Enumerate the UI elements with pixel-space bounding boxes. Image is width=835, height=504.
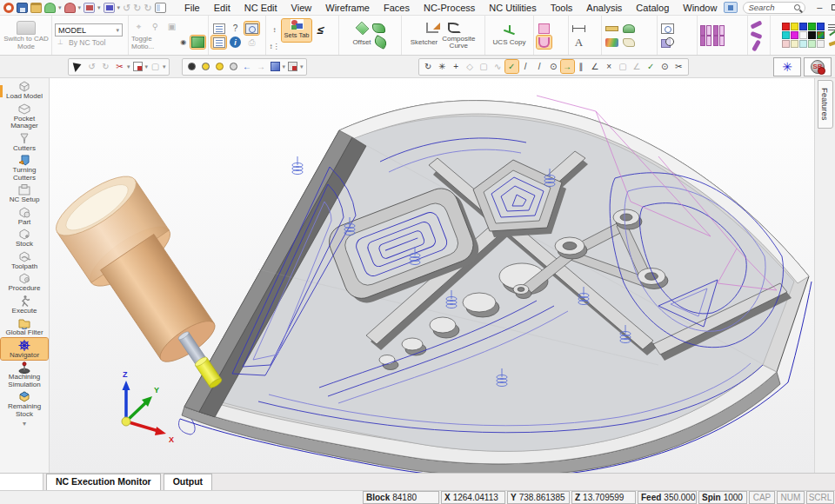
color-swatch[interactable]	[799, 40, 807, 48]
window-search-icon[interactable]	[660, 22, 675, 35]
list-icon[interactable]	[211, 22, 226, 35]
color-swatch[interactable]	[808, 23, 816, 30]
dropdown-caret-icon[interactable]: ▾	[127, 63, 130, 70]
menu-faces[interactable]: Faces	[377, 1, 417, 15]
printer-icon[interactable]: ⎙	[244, 36, 259, 49]
composite-curve-icon[interactable]	[447, 22, 462, 35]
dropdown-caret-icon[interactable]: ▾	[78, 4, 82, 11]
color-swatch[interactable]	[791, 23, 798, 30]
bulb-off-icon[interactable]	[185, 60, 198, 73]
color-swatch[interactable]	[808, 40, 816, 48]
dropdown-caret-icon[interactable]: ▾	[283, 63, 286, 70]
bulb-dark-icon[interactable]: ◉	[177, 37, 189, 47]
menu-file[interactable]: File	[177, 1, 207, 15]
zoom-previous-icon[interactable]: ↺	[85, 60, 98, 73]
menu-nc-process[interactable]: NC-Process	[417, 1, 482, 15]
refresh-icon[interactable]: ↻	[144, 3, 152, 13]
color-swatch[interactable]	[817, 31, 825, 39]
sidebar-item-stock[interactable]: Stock	[1, 227, 48, 249]
line-icon[interactable]: /	[519, 60, 532, 73]
offset-icon[interactable]	[355, 22, 370, 35]
purple-tool-icon-1[interactable]	[751, 20, 762, 30]
color-swatch[interactable]	[791, 31, 798, 39]
select-filter-icon[interactable]: ▢	[149, 60, 162, 73]
dynamic-view-icon[interactable]	[286, 60, 299, 73]
menu-nc-edit[interactable]: NC Edit	[237, 1, 284, 15]
color-swatch[interactable]	[782, 31, 790, 39]
dropdown-caret-icon[interactable]: ▾	[145, 63, 149, 70]
menu-window[interactable]: Window	[676, 1, 724, 15]
boundary-icon-2[interactable]	[713, 25, 725, 35]
minimize-button[interactable]: –	[812, 1, 826, 14]
pocket-top-icon[interactable]	[537, 22, 551, 35]
brush-icon[interactable]	[828, 40, 835, 48]
bulb-on-icon[interactable]	[199, 60, 212, 73]
import-icon[interactable]	[84, 3, 95, 13]
dropdown-caret-icon[interactable]: ▾	[117, 4, 121, 11]
search-icon[interactable]	[794, 4, 800, 10]
boundary-icon-4[interactable]	[713, 36, 725, 45]
pointer-icon[interactable]	[71, 60, 84, 73]
dimension-list-icon[interactable]: ↕⋮	[269, 43, 280, 52]
ucs-copy-label[interactable]: UCS Copy	[493, 38, 526, 46]
menu-nc-utilities[interactable]: NC Utilities	[482, 1, 543, 15]
rainbow-surface-icon[interactable]	[605, 36, 619, 49]
undo-icon[interactable]: ↺	[123, 3, 130, 13]
hatch-style-icon[interactable]	[828, 23, 835, 30]
surface-bend-icon[interactable]	[371, 22, 386, 35]
by-nc-tool-button[interactable]: ⊥ By NC Tool	[55, 37, 125, 47]
sidebar-item-part[interactable]: Part	[1, 205, 48, 228]
sb-logo-button[interactable]: SB	[804, 57, 832, 76]
color-swatch[interactable]	[817, 23, 825, 30]
menu-analysis[interactable]: Analysis	[579, 1, 629, 15]
color-swatch[interactable]	[799, 31, 807, 39]
line2-icon[interactable]: /	[533, 60, 546, 73]
model-dropdown[interactable]: MODEL ▾	[55, 23, 123, 36]
color-swatch[interactable]	[808, 31, 816, 39]
sidebar-item-machining-simulation[interactable]: Machining Simulation	[1, 360, 48, 389]
save-icon[interactable]	[17, 3, 28, 13]
menu-wireframe[interactable]: Wireframe	[318, 1, 377, 15]
process-list-icon[interactable]	[211, 36, 226, 49]
info-icon[interactable]: i	[228, 36, 243, 49]
bulb-dim-icon[interactable]	[227, 60, 240, 73]
color-swatch[interactable]	[782, 23, 790, 30]
export-icon[interactable]	[104, 3, 115, 13]
split-icon[interactable]: ✂	[672, 60, 685, 73]
previous-view-icon[interactable]: ←	[241, 60, 254, 73]
angle-snap-icon[interactable]: ∠	[589, 60, 602, 73]
tab-output[interactable]: Output	[164, 474, 212, 490]
endpoint-icon[interactable]: ✓	[645, 60, 658, 73]
search-input[interactable]: Search	[743, 2, 805, 14]
menu-view[interactable]: View	[284, 1, 319, 15]
select-box-icon[interactable]	[131, 60, 144, 73]
navigator-toolbar-button[interactable]: ✳	[773, 57, 801, 76]
parallel-icon[interactable]: ∥	[575, 60, 588, 73]
redo-icon[interactable]: ↻	[133, 3, 141, 13]
quadrant-icon[interactable]: ⊙	[658, 60, 671, 73]
switch-to-cad-mode-button[interactable]: Switch to CAD Mode	[3, 21, 50, 50]
sidebar-item-navigator[interactable]: Navigator	[1, 338, 48, 361]
restore-button[interactable]	[828, 1, 835, 14]
sidebar-item-nc-setup[interactable]: NC Setup	[1, 182, 48, 205]
axes-snap-icon[interactable]: +	[450, 60, 463, 73]
trim-icon[interactable]: ✂	[113, 60, 126, 73]
solid-view-cube-icon[interactable]	[190, 36, 205, 49]
tab-nc-execution-monitor[interactable]: NC Execution Monitor	[46, 474, 161, 490]
open-folder-icon[interactable]	[30, 3, 42, 13]
dropdown-caret-icon[interactable]: ▾	[300, 63, 304, 70]
color-swatch[interactable]	[791, 40, 798, 48]
dropdown-caret-icon[interactable]: ▾	[97, 4, 101, 11]
3d-viewport[interactable]: Z Y X	[50, 78, 814, 473]
toggle-motion-label[interactable]: Toggle Motio...	[131, 35, 176, 50]
boundary-icon-3[interactable]	[700, 36, 711, 45]
robot-icon[interactable]: ⌖	[131, 21, 146, 34]
text-tool-icon[interactable]: A	[571, 36, 586, 49]
sidebar-item-toolpath[interactable]: Toolpath	[1, 249, 48, 272]
shape-search-icon[interactable]	[660, 36, 675, 49]
snap-grid-icon[interactable]: ◇	[464, 60, 477, 73]
sidebar-item-cutters[interactable]: Cutters	[1, 131, 48, 154]
new-model-icon[interactable]	[44, 3, 56, 13]
panel-toggle-icon[interactable]	[155, 3, 166, 13]
next-view-icon[interactable]: →	[255, 60, 268, 73]
